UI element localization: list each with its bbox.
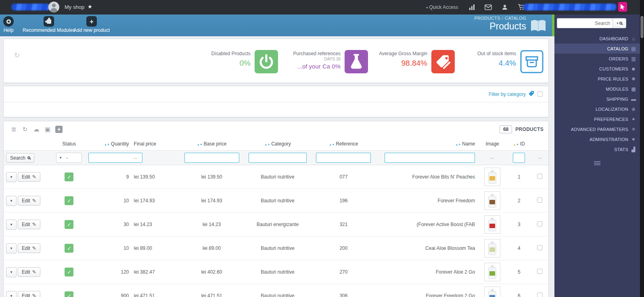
recommended-modules-button[interactable]: Recommended Modules <box>23 16 75 33</box>
sort-icons[interactable]: ▲▼ <box>197 141 203 147</box>
help-button[interactable]: Help <box>3 16 14 33</box>
col-name[interactable]: ▲▼Name <box>374 137 477 151</box>
scrollbar-thumb[interactable] <box>641 16 643 38</box>
row-dropdown-button[interactable]: ▼ <box>6 243 17 253</box>
sidebar-item-label: CUSTOMERS <box>599 66 628 71</box>
row-select-checkbox[interactable] <box>537 174 542 179</box>
edit-button[interactable]: Edit✎ <box>18 291 40 297</box>
status-enabled-toggle[interactable]: ✓ <box>65 196 73 205</box>
row-dropdown-button[interactable]: ▼ <box>6 267 17 277</box>
status-enabled-toggle[interactable]: ✓ <box>65 172 73 181</box>
page-title: Products <box>474 21 526 32</box>
row-dropdown-button[interactable]: ▼ <box>6 220 17 230</box>
stats-trophy-icon[interactable] <box>467 3 476 12</box>
cell-reference: 306 <box>313 284 374 297</box>
edit-button[interactable]: Edit✎ <box>18 172 40 182</box>
row-select-checkbox[interactable] <box>537 269 542 274</box>
export-icon[interactable]: ▣ <box>42 125 53 134</box>
sidebar-item[interactable]: CUSTOMERS ☻ <box>554 64 640 74</box>
edit-button[interactable]: Edit✎ <box>18 243 40 253</box>
add-plus-icon[interactable]: + <box>54 125 64 134</box>
sidebar-search: ▾ <box>554 15 640 32</box>
col-base-price[interactable]: ▲▼Base price <box>181 137 243 151</box>
status-enabled-toggle[interactable]: ✓ <box>65 220 73 229</box>
row-select-checkbox[interactable] <box>537 245 542 250</box>
filter-by-category-link[interactable]: Filter by category <box>489 91 526 97</box>
search-filter-button[interactable]: Search <box>6 153 34 163</box>
page-scrollbar[interactable] <box>640 0 644 297</box>
row-dropdown-button[interactable]: ▼ <box>6 172 17 182</box>
quick-access-menu[interactable]: ▾Quick Access <box>426 4 458 10</box>
sidebar-item[interactable]: PRICE RULES ❖ <box>554 74 640 84</box>
breadcrumb-products[interactable]: PRODUCTS <box>474 16 500 21</box>
sidebar-item[interactable]: PREFERENCES ✦ <box>554 114 640 124</box>
cell-quantity: 10 <box>86 189 131 213</box>
cell-reference: 077 <box>313 165 374 189</box>
sort-icons[interactable]: ▲▼ <box>455 141 461 147</box>
category-filter-input[interactable] <box>249 153 307 163</box>
sidebar-item[interactable]: ORDERS ▥ <box>554 54 640 64</box>
row-select-checkbox[interactable] <box>537 293 542 297</box>
sidebar-item[interactable]: MODULES ▦ <box>554 84 640 94</box>
kpi-value: 4.4% <box>499 59 516 68</box>
sort-icons[interactable]: ▲▼ <box>513 141 519 147</box>
main-content: ↻ Disabled Products 0% Purchased referen… <box>0 36 554 297</box>
product-thumbnail[interactable] <box>484 263 500 281</box>
status-enabled-toggle[interactable]: ✓ <box>65 268 73 276</box>
status-enabled-toggle[interactable]: ✓ <box>65 291 73 297</box>
plus-icon: + <box>86 16 97 27</box>
add-new-product-button[interactable]: + Add new product <box>73 16 110 33</box>
sidebar-item[interactable]: STATS ▟ <box>554 144 640 154</box>
sidebar-item[interactable]: ADMINISTRATION ✷ <box>554 134 640 144</box>
id-filter-input[interactable] <box>513 153 525 163</box>
row-dropdown-button[interactable]: ▼ <box>6 291 17 297</box>
reference-filter-input[interactable] <box>316 153 371 163</box>
status-filter-select[interactable]: ▼- <box>56 153 82 163</box>
col-id[interactable]: ▲▼ID <box>507 137 531 151</box>
messages-envelope-icon[interactable] <box>484 3 493 12</box>
edit-button[interactable]: Edit✎ <box>18 267 40 277</box>
col-reference[interactable]: ▲▼Reference <box>313 137 374 151</box>
refresh-kpi-icon[interactable]: ↻ <box>14 51 20 60</box>
table-row: ▼ Edit✎ ✓ 120 lei 382.47 lei 402.60 Baut… <box>4 260 548 284</box>
search-submit-button[interactable]: ▾ <box>613 18 626 28</box>
sql-layers-icon[interactable]: ≣ <box>8 125 19 134</box>
row-select-checkbox[interactable] <box>537 197 542 203</box>
sidebar-item[interactable]: CATALOG ▤ <box>554 44 640 54</box>
name-filter-input[interactable] <box>385 153 475 163</box>
sort-icons[interactable]: ▲▼ <box>329 141 335 147</box>
customers-person-icon[interactable] <box>500 3 509 12</box>
favorite-star-icon[interactable]: ★ <box>88 4 92 10</box>
documentation-book-icon[interactable] <box>529 18 547 34</box>
sidebar-item[interactable]: SHIPPING ▬ <box>554 94 640 104</box>
sidebar-item[interactable]: LOCALIZATION ⊕ <box>554 104 640 114</box>
import-cloud-icon[interactable]: ☁ <box>31 125 42 134</box>
expand-filter-checkbox[interactable] <box>537 91 543 97</box>
sort-icons[interactable]: ▲▼ <box>264 141 270 147</box>
menu-collapse-icon[interactable] <box>594 160 600 166</box>
edit-button[interactable]: Edit✎ <box>18 220 40 229</box>
product-thumbnail[interactable] <box>484 287 500 297</box>
product-thumbnail[interactable] <box>484 215 500 234</box>
row-dropdown-button[interactable]: ▼ <box>6 196 17 206</box>
base-price-filter-input[interactable] <box>184 153 239 163</box>
search-input[interactable] <box>557 18 613 28</box>
col-category[interactable]: ▲▼Category <box>243 137 313 151</box>
edit-button[interactable]: Edit✎ <box>18 196 40 206</box>
row-select-checkbox[interactable] <box>537 221 542 226</box>
product-thumbnail[interactable] <box>484 168 500 186</box>
product-thumbnail[interactable] <box>484 239 500 258</box>
breadcrumb-catalog[interactable]: CATALOG <box>505 16 526 21</box>
refresh-list-icon[interactable]: ↻ <box>20 125 30 134</box>
sidebar-item[interactable]: ADVANCED PARAMETERS ✳ <box>554 124 640 134</box>
sort-icons[interactable]: ▲▼ <box>104 141 110 147</box>
recommended-modules-label: Recommended Modules <box>23 27 75 33</box>
cell-category: Bauturi nutritive <box>243 260 313 284</box>
sidebar-item[interactable]: DASHBOARD ⌂ <box>554 33 640 44</box>
status-enabled-toggle[interactable]: ✓ <box>65 244 73 253</box>
col-quantity[interactable]: ▲▼Quantity <box>86 137 131 151</box>
sidebar-item-label: MODULES <box>606 87 628 91</box>
topbar-icons <box>467 3 526 12</box>
shop-name-link[interactable]: My shop <box>65 4 84 10</box>
product-thumbnail[interactable] <box>484 191 500 210</box>
